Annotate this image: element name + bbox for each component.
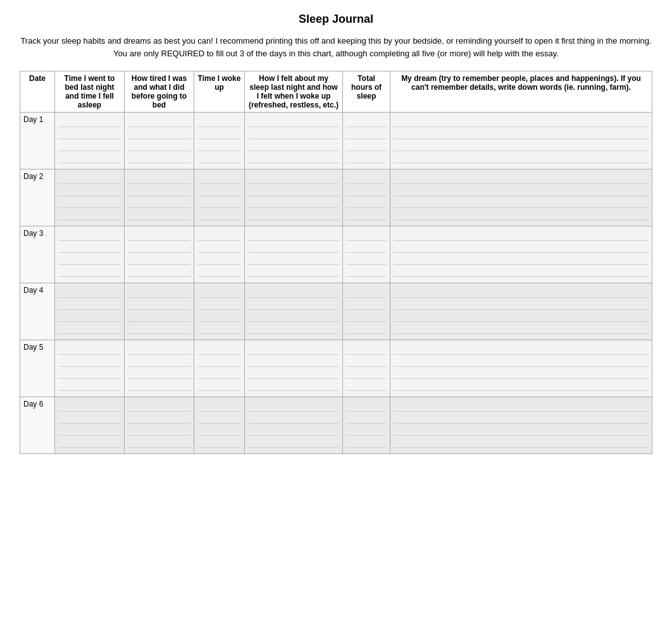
tired-cell[interactable]: [125, 397, 194, 454]
tired-cell[interactable]: [125, 226, 194, 283]
header-row: Date Time I went to bed last night and t…: [20, 71, 652, 113]
table-row: Day 5: [20, 340, 652, 397]
table-row: Day 2: [20, 169, 652, 226]
hours-cell[interactable]: [343, 397, 390, 454]
bed-time-cell[interactable]: [55, 226, 125, 283]
bed-time-cell[interactable]: [55, 169, 125, 226]
felt-cell[interactable]: [245, 283, 343, 340]
table-row: Day 6: [20, 397, 652, 454]
bed-time-cell[interactable]: [55, 397, 125, 454]
day-label: Day 1: [20, 113, 55, 169]
table-row: Day 4: [20, 283, 652, 340]
header-felt: How I felt about my sleep last night and…: [245, 71, 343, 113]
woke-cell[interactable]: [194, 283, 245, 340]
day-label: Day 2: [20, 169, 55, 226]
hours-cell[interactable]: [343, 340, 390, 397]
felt-cell[interactable]: [245, 113, 343, 169]
dream-cell[interactable]: [390, 113, 652, 169]
header-tired: How tired I was and what I did before go…: [125, 71, 194, 113]
header-bed-time: Time I went to bed last night and time I…: [55, 71, 125, 113]
journal-table: Date Time I went to bed last night and t…: [20, 71, 652, 454]
dream-cell[interactable]: [390, 397, 652, 454]
table-row: Day 1: [20, 113, 652, 169]
tired-cell[interactable]: [125, 113, 194, 169]
tired-cell[interactable]: [125, 283, 194, 340]
header-date: Date: [20, 71, 55, 113]
hours-cell[interactable]: [343, 169, 390, 226]
day-label: Day 3: [20, 226, 55, 283]
header-woke-up: Time I woke up: [194, 71, 245, 113]
dream-cell[interactable]: [390, 283, 652, 340]
hours-cell[interactable]: [343, 226, 390, 283]
header-hours: Total hours of sleep: [343, 71, 390, 113]
day-label: Day 6: [20, 397, 55, 454]
day-label: Day 4: [20, 283, 55, 340]
woke-cell[interactable]: [194, 226, 245, 283]
bed-time-cell[interactable]: [55, 340, 125, 397]
woke-cell[interactable]: [194, 340, 245, 397]
felt-cell[interactable]: [245, 226, 343, 283]
tired-cell[interactable]: [125, 169, 194, 226]
bed-time-cell[interactable]: [55, 113, 125, 169]
woke-cell[interactable]: [194, 169, 245, 226]
dream-cell[interactable]: [390, 169, 652, 226]
page-title: Sleep Journal: [20, 13, 652, 26]
dream-cell[interactable]: [390, 226, 652, 283]
woke-cell[interactable]: [194, 113, 245, 169]
page-container: Sleep Journal Track your sleep habits an…: [13, 0, 659, 467]
table-row: Day 3: [20, 226, 652, 283]
woke-cell[interactable]: [194, 397, 245, 454]
hours-cell[interactable]: [343, 113, 390, 169]
felt-cell[interactable]: [245, 169, 343, 226]
bed-time-cell[interactable]: [55, 283, 125, 340]
dream-cell[interactable]: [390, 340, 652, 397]
felt-cell[interactable]: [245, 340, 343, 397]
intro-text: Track your sleep habits and dreams as be…: [20, 35, 652, 59]
header-dream: My dream (try to remember people, places…: [390, 71, 652, 113]
tired-cell[interactable]: [125, 340, 194, 397]
day-label: Day 5: [20, 340, 55, 397]
hours-cell[interactable]: [343, 283, 390, 340]
felt-cell[interactable]: [245, 397, 343, 454]
